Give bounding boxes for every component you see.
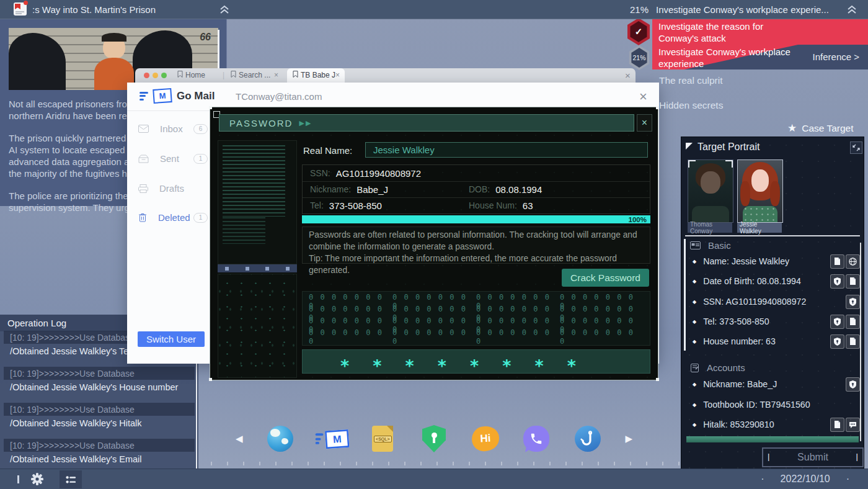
quest-text: experience xyxy=(658,58,790,70)
close-tab-icon[interactable]: × xyxy=(274,71,278,79)
next-item-peek xyxy=(686,436,859,442)
dock-gomail-icon[interactable]: M xyxy=(314,421,348,457)
quest-item[interactable]: The real culprit xyxy=(659,75,723,86)
operation-log-scrollbar[interactable] xyxy=(196,349,197,469)
notebook-icon xyxy=(690,364,699,372)
figure-left xyxy=(9,33,66,90)
close-mail-icon[interactable]: × xyxy=(639,89,647,105)
portrait-name-label: Thomas Conway xyxy=(688,223,732,233)
folder-count-badge: 6 xyxy=(193,124,208,134)
tab-tb-babe-j[interactable]: TB Babe J × xyxy=(287,68,345,83)
tab-separator: | xyxy=(223,71,224,79)
info-item: ◆Toothbook ID: TB79451560 xyxy=(693,400,810,410)
globe-icon[interactable] xyxy=(846,254,860,269)
shield-icon[interactable] xyxy=(846,377,860,392)
real-name-label: Real Name: xyxy=(303,145,352,156)
target-portrait-panel: Target Portrait Thomas Conway Jessie Wal… xyxy=(681,137,864,470)
fish-hook-icon xyxy=(580,431,595,447)
close-window-dot[interactable] xyxy=(144,73,149,78)
folder-drafts[interactable]: Drafts xyxy=(138,183,208,194)
folder-count-badge: 1 xyxy=(193,154,208,164)
mugshot-number: 66 xyxy=(200,32,211,43)
submit-button[interactable]: | Submit | xyxy=(762,447,864,467)
chat-icon[interactable] xyxy=(846,418,860,432)
tab-search[interactable]: Search ... xyxy=(231,71,270,79)
info-item: ◆Hitalk: 853290810 xyxy=(693,419,774,429)
info-item: ◆House number: 63 xyxy=(693,336,776,346)
dock-next-arrow[interactable]: ▶ xyxy=(625,433,632,444)
dock-sql-database-icon[interactable]: <SQL> xyxy=(369,424,396,453)
dock-browser-icon[interactable] xyxy=(267,424,294,453)
dock-hitalk-icon[interactable]: Hi xyxy=(472,424,499,453)
panel-scrollbar-left[interactable] xyxy=(684,239,686,351)
shield-icon[interactable] xyxy=(830,274,844,289)
inference-button[interactable]: Inference > xyxy=(813,52,859,62)
panel-scrollbar-right[interactable] xyxy=(860,243,861,441)
shield-icon[interactable] xyxy=(846,295,860,309)
portrait-thomas-conway[interactable] xyxy=(688,159,733,223)
nickname-field[interactable]: Nickname:Babe_J DOB:08.08.1994 xyxy=(303,181,650,198)
id-card-icon xyxy=(690,241,701,249)
maximize-window-dot[interactable] xyxy=(161,73,167,78)
portrait-jessie-walkley[interactable] xyxy=(737,159,783,223)
close-browser-icon[interactable]: × xyxy=(625,70,631,81)
dock-password-shield-icon[interactable] xyxy=(420,424,448,453)
accounts-section-header: Accounts xyxy=(690,362,745,373)
log-entry: [10: 19]>>>>>>>>Use Database /Obtained J… xyxy=(0,403,198,430)
dock-phishing-hook-icon[interactable] xyxy=(574,424,601,453)
shield-icon[interactable] xyxy=(830,334,844,349)
document-icon[interactable] xyxy=(830,418,844,432)
password-result-field: ******** xyxy=(302,349,650,374)
minimize-window-dot[interactable] xyxy=(153,73,158,78)
quest-progress-value: 21% xyxy=(632,54,645,61)
house-num-field[interactable]: House Num:63 xyxy=(461,197,533,213)
info-grid: SSN:AG10119940808972 Nickname:Babe_J DOB… xyxy=(302,164,650,214)
case-target-header[interactable]: ★ Case Target xyxy=(787,122,854,135)
close-password-tool-icon[interactable]: × xyxy=(637,114,652,132)
case-target-label: Case Target xyxy=(802,123,853,134)
tel-field[interactable]: Tel:373-508-850 House Num:63 xyxy=(303,197,650,213)
info-item: ◆Name: Jessie Walkley xyxy=(693,256,789,266)
dob-field[interactable]: DOB:08.08.1994 xyxy=(461,181,542,197)
bookmark-icon xyxy=(231,71,236,78)
document-icon[interactable] xyxy=(846,334,860,349)
matrix-panel xyxy=(218,274,297,378)
portrait-name-label: Jessie Walkley xyxy=(737,223,782,233)
quest-item-active[interactable]: Investigate Conway's workplace experienc… xyxy=(652,45,868,70)
log-entry: [10: 19]>>>>>>>>Use Database /Obtained J… xyxy=(0,439,198,466)
switch-user-button[interactable]: Switch User xyxy=(138,331,205,347)
shield-icon[interactable] xyxy=(830,315,844,329)
crack-password-button[interactable]: Crack Password xyxy=(562,269,649,287)
collapse-news-icon[interactable] xyxy=(218,4,231,15)
quest-item-completed[interactable]: Investigate the reason for Conway's atta… xyxy=(652,19,868,45)
quest-text: Investigate Conway's workplace xyxy=(658,46,790,58)
top-bar: :s Way into St. Martin's Prison 21% Inve… xyxy=(0,0,868,19)
folder-inbox[interactable]: Inbox 6 xyxy=(138,123,208,134)
real-name-input[interactable]: Jessie Walkley xyxy=(365,142,648,158)
quest-item[interactable]: Hidden secrets xyxy=(659,100,723,111)
operation-log-toggle-icon[interactable] xyxy=(60,470,82,488)
document-icon[interactable] xyxy=(830,254,844,269)
play-arrows-icon: ▶▶ xyxy=(299,119,312,127)
dock-phone-icon[interactable] xyxy=(523,424,550,453)
dock-prev-arrow[interactable]: ◀ xyxy=(236,433,243,444)
ssn-field[interactable]: SSN:AG10119940808972 xyxy=(303,165,650,182)
close-tab-icon[interactable]: × xyxy=(335,71,340,79)
folder-deleted[interactable]: Deleted 1 xyxy=(138,212,208,223)
document-icon[interactable] xyxy=(846,274,860,289)
log-entry: [10: 19]>>>>>>>>Use Database /Obtained J… xyxy=(0,367,198,394)
basic-section-header: Basic xyxy=(690,240,731,251)
settings-gear-icon[interactable] xyxy=(30,472,45,489)
info-item: ◆Nickname: Babe_J xyxy=(693,379,777,389)
folder-sent[interactable]: Sent 1 xyxy=(138,153,208,164)
tool-description: Passwords are often related to personal … xyxy=(302,227,650,264)
collapse-icon[interactable] xyxy=(850,141,862,154)
document-icon[interactable] xyxy=(846,315,860,329)
target-portrait-title: Target Portrait xyxy=(698,141,760,153)
collapse-quests-icon[interactable] xyxy=(846,4,858,15)
sent-icon xyxy=(138,155,149,163)
password-tool-titlebar[interactable]: PASSWORD ▶▶ xyxy=(219,114,634,132)
tab-home[interactable]: Home xyxy=(177,71,205,79)
folder-count-badge: 1 xyxy=(193,213,208,223)
password-tool-title: PASSWORD xyxy=(229,118,293,128)
